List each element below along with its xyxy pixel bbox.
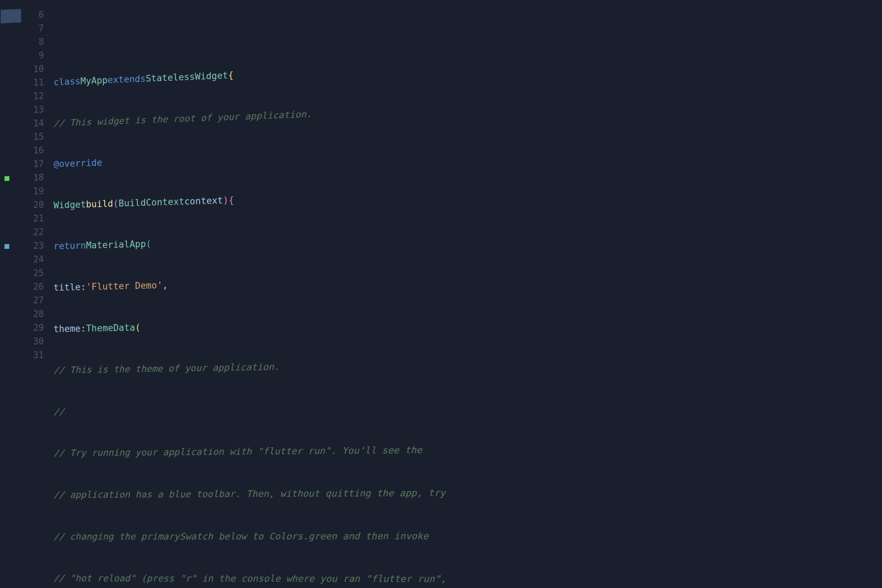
line-number: 19 xyxy=(0,184,44,199)
line-number: 23 xyxy=(0,239,44,254)
line-number: 15 xyxy=(0,130,44,145)
line-number: 14 xyxy=(0,116,44,131)
code-line[interactable]: class MyApp extends StatelessWidget { xyxy=(53,40,882,89)
line-number: 6 xyxy=(1,8,44,23)
code-content[interactable]: class MyApp extends StatelessWidget { //… xyxy=(53,0,882,588)
line-number: 18 xyxy=(0,171,44,185)
code-line[interactable]: // "hot reload" (press "r" in the consol… xyxy=(53,572,882,588)
code-line[interactable]: // application has a blue toolbar. Then,… xyxy=(53,483,882,502)
code-line[interactable]: // changing the primarySwatch below to C… xyxy=(53,528,882,544)
line-number: 27 xyxy=(0,294,44,308)
line-number: 9 xyxy=(1,49,44,64)
code-editor[interactable]: 6 7 8 9 10 11 12 13 14 15 16 17 18 19 20… xyxy=(0,0,882,588)
line-number: 12 xyxy=(1,89,44,104)
line-number: 10 xyxy=(1,62,44,77)
code-line[interactable]: // This widget is the root of your appli… xyxy=(53,84,882,130)
gutter-marker-icon[interactable] xyxy=(4,244,9,249)
line-number: 24 xyxy=(0,252,44,267)
code-line[interactable]: @override xyxy=(53,128,882,171)
line-number: 13 xyxy=(1,103,44,118)
line-gutter: 6 7 8 9 10 11 12 13 14 15 16 17 18 19 20… xyxy=(0,8,53,588)
line-number: 26 xyxy=(0,280,44,294)
code-line[interactable]: // xyxy=(53,393,882,418)
code-line[interactable]: Widget build(BuildContext context) { xyxy=(53,172,882,212)
line-number: 30 xyxy=(0,334,44,349)
line-number: 21 xyxy=(0,212,44,226)
line-number: 22 xyxy=(0,225,44,240)
code-line[interactable]: title: 'Flutter Demo', xyxy=(53,260,882,294)
line-number: 25 xyxy=(0,266,44,281)
line-number: 16 xyxy=(0,143,44,159)
line-number: 20 xyxy=(0,198,44,213)
code-line[interactable]: return MaterialApp( xyxy=(53,216,882,253)
line-number: 31 xyxy=(0,348,44,363)
gutter-marker-icon[interactable] xyxy=(4,176,9,181)
code-line[interactable] xyxy=(53,0,882,48)
line-number: 29 xyxy=(0,321,44,335)
line-number: 11 xyxy=(1,75,44,91)
code-line[interactable]: // This is the theme of your application… xyxy=(53,349,882,377)
line-number: 7 xyxy=(1,21,44,37)
line-number: 8 xyxy=(1,35,44,50)
line-number: 17 xyxy=(0,157,44,172)
line-number: 28 xyxy=(0,307,44,321)
code-line[interactable]: theme: ThemeData( xyxy=(53,304,882,336)
code-line[interactable]: // Try running your application with "fl… xyxy=(53,438,882,460)
